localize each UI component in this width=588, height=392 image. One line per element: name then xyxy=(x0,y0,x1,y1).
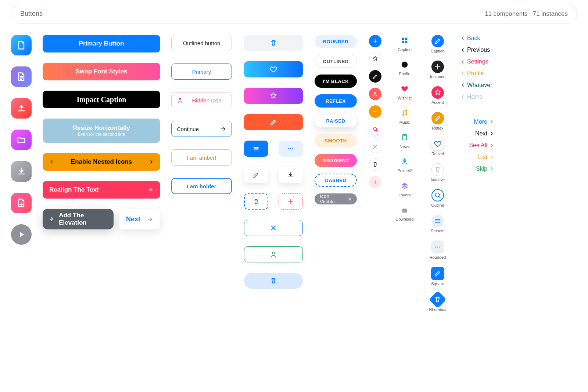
reflex-pill[interactable]: REFLEX xyxy=(315,94,357,108)
outline-item[interactable]: Outline xyxy=(431,189,444,207)
tile-play-icon[interactable] xyxy=(11,224,32,245)
dashed-pill[interactable]: DASHED xyxy=(315,174,357,187)
settings-link[interactable]: Settings xyxy=(460,58,495,65)
caption-circle-item[interactable]: Caption xyxy=(431,35,445,53)
next-link[interactable]: Next xyxy=(460,130,495,137)
whatever-link[interactable]: Whatever xyxy=(460,82,495,88)
plus-icon xyxy=(287,198,294,205)
trash-circle-button[interactable] xyxy=(369,158,381,171)
news-item[interactable]: News xyxy=(399,132,410,149)
music-item[interactable]: Music xyxy=(399,108,410,124)
smooth-item[interactable]: Smooth xyxy=(431,215,445,233)
link-label: Previous xyxy=(467,47,490,53)
close-circle-button[interactable] xyxy=(369,141,381,153)
user-icon xyxy=(372,91,379,97)
realign-button[interactable]: Realign The Text xyxy=(43,181,160,199)
add-soft-circle-button[interactable] xyxy=(369,176,381,188)
favorite-bar-button[interactable] xyxy=(244,61,303,77)
amber-button[interactable]: I am amber! xyxy=(171,149,232,166)
star-bar-button[interactable] xyxy=(244,88,303,104)
gradient-pill[interactable]: GRADIENT xyxy=(315,154,357,167)
resize-button[interactable]: Resize Horizontally Even for the second … xyxy=(43,119,160,143)
inactive-item[interactable]: Inactive xyxy=(431,163,445,182)
menu-square-button[interactable] xyxy=(244,141,268,157)
download-item[interactable]: Download xyxy=(396,204,414,221)
caption-label: News xyxy=(399,144,410,149)
arrow-right-icon xyxy=(220,126,226,132)
next-button[interactable]: Next xyxy=(119,209,160,229)
caption-item[interactable]: Caption xyxy=(398,35,412,52)
wishlist-item[interactable]: Wishlist xyxy=(398,83,412,100)
primary-button[interactable]: Primary Button xyxy=(43,35,160,52)
square-item[interactable]: Square xyxy=(431,267,444,286)
tile-new-file-icon[interactable] xyxy=(11,193,32,213)
tile-upload-icon[interactable] xyxy=(11,98,32,119)
edit-bar-button[interactable] xyxy=(244,114,303,130)
chip-close-icon[interactable]: ✕ xyxy=(348,196,352,202)
caption-label: Accent xyxy=(431,100,444,105)
tile-file-icon[interactable] xyxy=(11,35,32,55)
continue-button[interactable]: Continue xyxy=(171,121,232,137)
trash-soft-button[interactable] xyxy=(244,273,303,289)
trash-bar-button[interactable] xyxy=(244,35,303,51)
search-circle-button[interactable] xyxy=(369,123,381,135)
pencil-icon xyxy=(431,267,444,280)
chevron-left-icon xyxy=(460,70,466,76)
add-circle-button[interactable] xyxy=(369,35,381,47)
hidden-icon-button[interactable]: Hidden Icon xyxy=(171,92,232,108)
list-link[interactable]: List xyxy=(460,154,495,160)
link-label: More xyxy=(474,119,487,125)
caption-label: Caption xyxy=(431,49,445,53)
chip[interactable]: Icon Visible ✕ xyxy=(315,193,357,204)
layers-item[interactable]: Layers xyxy=(398,180,410,197)
more-circle-button[interactable] xyxy=(369,105,381,118)
instance-item[interactable]: Instance xyxy=(430,61,445,79)
link-label: List xyxy=(478,154,487,160)
bolder-button[interactable]: I am bolder xyxy=(171,178,232,194)
black-pill[interactable]: I'M BLACK xyxy=(315,75,357,88)
user-outlined-button[interactable] xyxy=(244,246,303,262)
add-dashed-button[interactable] xyxy=(279,193,303,210)
more-link[interactable]: More xyxy=(460,119,495,125)
panel-title: Buttons xyxy=(20,10,43,18)
more-square-button[interactable] xyxy=(279,141,303,157)
close-outlined-button[interactable] xyxy=(244,220,303,236)
swap-font-button[interactable]: Swap Font Styles xyxy=(43,63,160,80)
rocket-item[interactable]: Poleteli! xyxy=(397,156,412,173)
outlined-button[interactable]: Outlined button xyxy=(171,35,232,51)
box-icon xyxy=(399,204,410,215)
edit-circle-button[interactable] xyxy=(369,70,381,83)
nested-icons-button[interactable]: Enable Nested Icons xyxy=(43,153,160,171)
rounded-pill[interactable]: ROUNDED xyxy=(315,35,357,48)
rhombus-item[interactable]: Rhombus xyxy=(429,293,446,312)
profile-link[interactable]: Profile xyxy=(460,70,495,77)
trash-dashed-button[interactable] xyxy=(244,193,268,210)
star-circle-button[interactable] xyxy=(369,52,381,65)
smooth-pill[interactable]: SMOOTH xyxy=(315,134,357,147)
back-link[interactable]: Back xyxy=(460,35,495,41)
raised-pill[interactable]: RAISED xyxy=(315,114,357,127)
rocket-icon xyxy=(399,156,410,167)
download-raised-button[interactable] xyxy=(279,167,303,183)
impact-caption-button[interactable]: Impact Caption xyxy=(43,91,160,108)
continue-label: Continue xyxy=(177,126,199,132)
tile-folder-icon[interactable] xyxy=(11,130,32,150)
skip-link[interactable]: Skip xyxy=(460,166,495,172)
profile-item[interactable]: Profile xyxy=(399,59,410,76)
trash-icon xyxy=(372,161,379,168)
user-circle-button[interactable] xyxy=(369,88,381,100)
edit-raised-button[interactable] xyxy=(244,167,268,183)
raised-item[interactable]: Raised xyxy=(431,138,444,156)
accent-item[interactable]: Accent xyxy=(431,86,444,105)
see-all-link[interactable]: See All xyxy=(460,142,495,149)
reflex-item[interactable]: Reflex xyxy=(431,112,444,130)
primary-outlined-button[interactable]: Primary xyxy=(171,63,232,80)
tile-document-icon[interactable] xyxy=(11,66,32,87)
elevation-button[interactable]: Add The Elevation xyxy=(43,209,114,229)
outlined-pill[interactable]: OUTLINED xyxy=(315,55,357,68)
previous-link[interactable]: Previous xyxy=(460,47,495,53)
home-link[interactable]: Home xyxy=(460,94,495,100)
tile-download-icon[interactable] xyxy=(11,161,32,182)
rounded-item[interactable]: Rounded xyxy=(430,240,446,259)
link-label: Back xyxy=(467,35,480,41)
